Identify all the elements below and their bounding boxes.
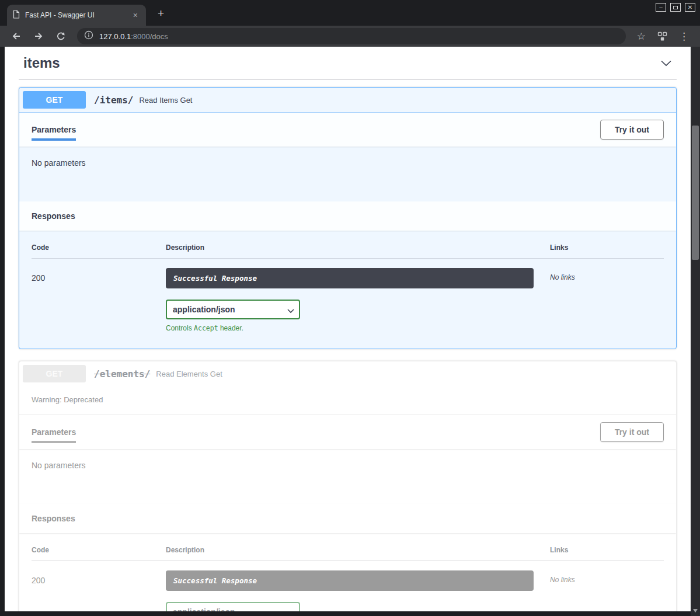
operation-get-elements-deprecated: GET /elements/ Read Elements Get Warning… <box>19 361 677 611</box>
operation-summary[interactable]: GET /items/ Read Items Get <box>19 88 676 113</box>
responses-heading: Responses <box>32 211 75 221</box>
method-badge: GET <box>23 91 86 109</box>
column-header-links: Links <box>550 243 664 252</box>
forward-icon <box>33 31 44 41</box>
section-header-items[interactable]: items <box>19 49 677 80</box>
status-code: 200 <box>32 570 166 585</box>
operation-get-items: GET /items/ Read Items Get Parameters Tr… <box>19 87 677 349</box>
column-header-code: Code <box>32 546 166 554</box>
column-header-description: Description <box>166 546 550 554</box>
operation-summary-text: Read Elements Get <box>156 370 222 378</box>
media-type-select[interactable]: application/json <box>166 300 300 319</box>
scrollbar-thumb[interactable] <box>692 126 699 260</box>
no-parameters-text: No parameters <box>19 147 676 201</box>
method-badge: GET <box>23 365 86 382</box>
operation-path: /items/ <box>86 95 139 106</box>
url-text: 127.0.0.1:8000/docs <box>99 31 168 41</box>
reload-button[interactable] <box>51 29 70 43</box>
tab-parameters[interactable]: Parameters <box>32 125 76 134</box>
star-icon: ☆ <box>637 31 646 42</box>
media-type-select[interactable]: application/json <box>166 602 300 611</box>
page-icon <box>13 10 20 21</box>
close-button[interactable]: ✕ <box>685 3 695 12</box>
reload-icon <box>55 31 66 41</box>
back-icon <box>11 31 22 41</box>
column-header-links: Links <box>550 546 664 554</box>
site-info-icon[interactable] <box>84 30 93 42</box>
try-it-out-button[interactable]: Try it out <box>600 120 664 140</box>
forward-button[interactable] <box>29 29 48 43</box>
vertical-scrollbar[interactable] <box>691 47 700 616</box>
url-host: 127.0.0.1 <box>99 32 131 41</box>
browser-menu-button[interactable]: ⋮ <box>675 29 693 44</box>
close-icon: ✕ <box>688 5 692 11</box>
table-row: 200 Successful Response application/json… <box>32 259 664 332</box>
titlebar: Fast API - Swagger UI × + – ✕ <box>0 0 700 26</box>
scrollbar-down-arrow[interactable] <box>693 609 698 612</box>
responses-table: Code Description Links 200 Successful Re… <box>19 533 676 611</box>
response-description: Successful Response <box>166 268 534 288</box>
no-parameters-text: No parameters <box>19 449 676 504</box>
browser-toolbar: 127.0.0.1:8000/docs ☆ ⋮ <box>0 26 700 47</box>
responses-header: Responses <box>19 201 676 231</box>
chevron-down-icon[interactable] <box>660 60 672 67</box>
tab-groups-icon <box>657 32 667 41</box>
tab-parameters[interactable]: Parameters <box>32 427 76 437</box>
links-value: No links <box>550 570 664 584</box>
responses-header: Responses <box>19 504 676 533</box>
maximize-button[interactable] <box>670 3 681 12</box>
maximize-icon <box>673 6 678 9</box>
operation-path: /elements/ <box>86 368 156 380</box>
responses-heading: Responses <box>32 514 75 523</box>
column-header-code: Code <box>32 243 166 252</box>
operation-summary-text: Read Items Get <box>139 96 192 105</box>
back-button[interactable] <box>7 29 26 43</box>
window-controls: – ✕ <box>656 3 695 12</box>
try-it-out-button[interactable]: Try it out <box>600 422 664 442</box>
responses-table: Code Description Links 200 Successful Re… <box>19 231 676 349</box>
address-bar[interactable]: 127.0.0.1:8000/docs <box>77 28 626 44</box>
deprecated-warning: Warning: Deprecated <box>19 386 676 415</box>
tab-close-button[interactable]: × <box>131 10 140 20</box>
section-title: items <box>23 55 60 71</box>
minimize-button[interactable]: – <box>656 3 666 12</box>
url-path: :8000/docs <box>131 32 168 41</box>
bookmark-star-button[interactable]: ☆ <box>633 29 650 44</box>
new-tab-button[interactable]: + <box>154 6 168 21</box>
kebab-menu-icon: ⋮ <box>679 31 689 42</box>
accept-header-code: Accept <box>194 324 218 332</box>
tab-title: Fast API - Swagger UI <box>25 11 126 19</box>
controls-accept-note: Controls Accept header. <box>166 324 550 332</box>
minimize-icon: – <box>659 5 663 11</box>
table-row: 200 Successful Response application/json… <box>32 561 664 611</box>
status-code: 200 <box>32 268 166 283</box>
page-content: items GET /items/ Read Items Get Paramet… <box>5 47 691 611</box>
browser-tab[interactable]: Fast API - Swagger UI × <box>7 5 146 26</box>
response-description: Successful Response <box>166 570 534 591</box>
parameters-header: Parameters Try it out <box>19 415 676 449</box>
column-header-description: Description <box>166 243 550 252</box>
tab-groups-button[interactable] <box>653 30 671 43</box>
links-value: No links <box>550 268 664 281</box>
parameters-header: Parameters Try it out <box>19 113 676 147</box>
operation-summary[interactable]: GET /elements/ Read Elements Get <box>19 361 676 386</box>
